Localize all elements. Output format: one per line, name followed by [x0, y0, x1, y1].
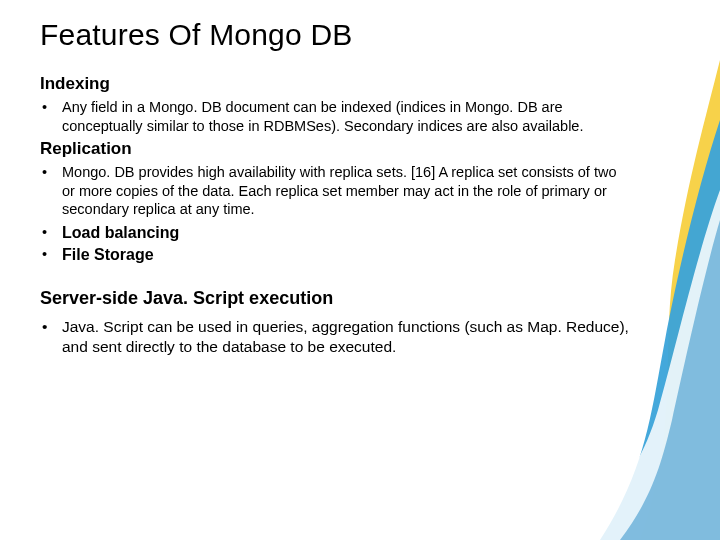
- bullet-dot: •: [40, 223, 62, 242]
- heading-replication: Replication: [40, 139, 680, 159]
- bullet-dot: •: [40, 163, 62, 182]
- bullet-dot: •: [40, 245, 62, 264]
- list-item: • File Storage: [40, 245, 630, 265]
- list-indexing: • Any field in a Mongo. DB document can …: [40, 98, 680, 135]
- section-serverjs: Server-side Java. Script execution • Jav…: [40, 288, 680, 357]
- list-replication: • Mongo. DB provides high availability w…: [40, 163, 680, 219]
- list-item: • Java. Script can be used in queries, a…: [40, 317, 640, 357]
- list-item-text: File Storage: [62, 245, 154, 265]
- heading-indexing: Indexing: [40, 74, 680, 94]
- list-item-text: Java. Script can be used in queries, agg…: [62, 317, 640, 357]
- list-serverjs: • Java. Script can be used in queries, a…: [40, 317, 680, 357]
- slide-title: Features Of Mongo DB: [40, 18, 680, 52]
- list-item: • Mongo. DB provides high availability w…: [40, 163, 630, 219]
- slide-content: Features Of Mongo DB Indexing • Any fiel…: [0, 0, 720, 356]
- list-item: • Any field in a Mongo. DB document can …: [40, 98, 630, 135]
- bullet-dot: •: [40, 98, 62, 117]
- heading-serverjs: Server-side Java. Script execution: [40, 288, 680, 309]
- list-extra: • Load balancing • File Storage: [40, 223, 680, 266]
- list-item-text: Load balancing: [62, 223, 179, 243]
- bullet-dot: •: [40, 317, 62, 337]
- section-indexing: Indexing • Any field in a Mongo. DB docu…: [40, 74, 680, 135]
- list-item-text: Mongo. DB provides high availability wit…: [62, 163, 630, 219]
- list-item: • Load balancing: [40, 223, 630, 243]
- list-item-text: Any field in a Mongo. DB document can be…: [62, 98, 630, 135]
- section-replication: Replication • Mongo. DB provides high av…: [40, 139, 680, 266]
